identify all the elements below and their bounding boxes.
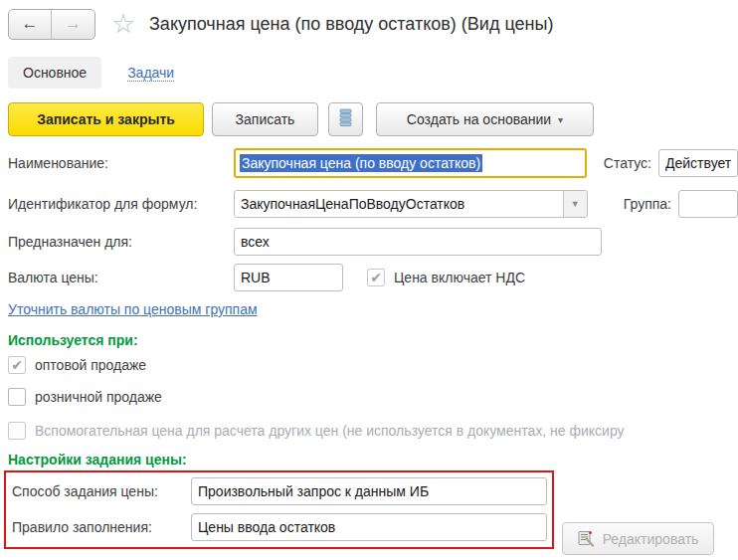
auxiliary-checkbox-row: Вспомогательная цена для расчета других … xyxy=(0,422,738,440)
retail-checkbox[interactable] xyxy=(8,388,26,406)
edit-document-icon xyxy=(578,530,595,547)
intended-for-label: Предназначен для: xyxy=(8,234,234,250)
fill-rule-row: Правило заполнения: xyxy=(10,513,552,541)
currency-row: Валюта цены: ✔ Цена включает НДС xyxy=(0,264,738,291)
group-label: Группа: xyxy=(624,196,671,212)
vat-checkbox-group: ✔ Цена включает НДС xyxy=(367,269,525,286)
combo-dropdown-icon[interactable]: ▼ xyxy=(563,191,587,217)
identifier-row: Идентификатор для формул: ЗакупочнаяЦена… xyxy=(0,190,738,218)
price-settings-heading: Настройки задания цены: xyxy=(0,452,738,467)
fill-rule-label: Правило заполнения: xyxy=(12,519,191,535)
identifier-label: Идентификатор для формул: xyxy=(8,196,234,212)
vat-checkbox-label: Цена включает НДС xyxy=(394,270,525,285)
currency-label: Валюта цены: xyxy=(8,270,234,285)
chevron-down-icon: ▾ xyxy=(558,114,563,125)
related-list-button[interactable] xyxy=(328,102,363,136)
name-input-selected-text: Закупочная цена (по вводу остатков) xyxy=(240,154,482,172)
red-annotation-box: Способ задания цены: Правило заполнения: xyxy=(4,470,554,549)
intended-for-input[interactable] xyxy=(234,228,602,256)
edit-button[interactable]: Редактировать xyxy=(562,522,714,555)
stacked-bars-icon xyxy=(338,108,353,130)
command-bar: Записать и закрыть Записать Создать на о… xyxy=(0,102,738,136)
name-row: Наименование: Закупочная цена (по вводу … xyxy=(0,148,738,178)
create-based-on-button[interactable]: Создать на основании ▾ xyxy=(376,102,594,136)
method-row: Способ задания цены: xyxy=(10,477,552,505)
wholesale-checkbox-label: оптовой продаже xyxy=(35,357,146,373)
tab-main[interactable]: Основное xyxy=(8,57,101,89)
fill-rule-input[interactable] xyxy=(191,513,547,541)
tab-bar: Основное Задачи xyxy=(0,56,738,90)
clarify-currencies-link[interactable]: Уточнить валюты по ценовым группам xyxy=(8,301,258,317)
identifier-combobox[interactable]: ЗакупочнаяЦенаПоВводуОстатков ▼ xyxy=(234,190,588,218)
vat-checkbox: ✔ xyxy=(367,269,385,286)
favorite-star-icon[interactable]: ☆ xyxy=(108,8,138,40)
wholesale-checkbox-row: ✔ оптовой продаже xyxy=(0,356,738,374)
status-label: Статус: xyxy=(604,155,651,171)
page-title: Закупочная цена (по вводу остатков) (Вид… xyxy=(149,14,553,35)
wholesale-checkbox: ✔ xyxy=(8,356,26,374)
save-and-close-button[interactable]: Записать и закрыть xyxy=(8,102,204,136)
create-based-on-label: Создать на основании xyxy=(407,111,551,127)
intended-for-row: Предназначен для: xyxy=(0,228,738,256)
auxiliary-checkbox-label: Вспомогательная цена для расчета других … xyxy=(35,423,625,439)
identifier-value: ЗакупочнаяЦенаПоВводуОстатков xyxy=(235,191,563,217)
method-input[interactable] xyxy=(191,477,547,505)
usage-section-heading: Используется при: xyxy=(0,332,738,348)
window-header: ← → ☆ Закупочная цена (по вводу остатков… xyxy=(0,0,738,40)
retail-checkbox-label: розничной продаже xyxy=(35,389,162,405)
currency-input[interactable] xyxy=(234,264,343,291)
price-type-form-window: ← → ☆ Закупочная цена (по вводу остатков… xyxy=(0,0,738,560)
clarify-currencies-row: Уточнить валюты по ценовым группам xyxy=(0,301,738,317)
status-input[interactable] xyxy=(658,149,738,177)
edit-button-label: Редактировать xyxy=(603,531,699,547)
name-label: Наименование: xyxy=(8,155,234,171)
save-button[interactable]: Записать xyxy=(212,102,318,136)
back-button[interactable]: ← xyxy=(9,10,52,39)
group-input[interactable] xyxy=(678,190,738,218)
name-input[interactable]: Закупочная цена (по вводу остатков) xyxy=(234,148,587,178)
nav-history-group: ← → xyxy=(8,9,95,40)
tab-tasks[interactable]: Задачи xyxy=(127,65,174,82)
forward-button[interactable]: → xyxy=(52,10,94,39)
auxiliary-checkbox xyxy=(8,422,26,440)
method-label: Способ задания цены: xyxy=(12,483,191,499)
retail-checkbox-row: розничной продаже xyxy=(0,388,738,406)
